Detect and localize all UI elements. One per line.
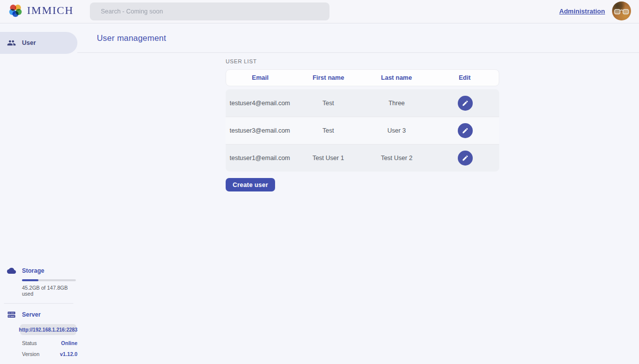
top-header: IMMICH Administration [0, 0, 639, 23]
cell-last-name: User 3 [362, 127, 431, 134]
cell-last-name: Test User 2 [362, 155, 431, 162]
status-label: Status [22, 340, 37, 346]
edit-user-button[interactable] [458, 123, 473, 138]
logo-text: IMMICH [27, 4, 73, 17]
create-user-button[interactable]: Create user [226, 178, 275, 191]
version-label: Version [22, 351, 39, 357]
users-group-icon [7, 38, 16, 47]
storage-title: Storage [22, 267, 44, 274]
sidebar-footer: Storage 45.2GB of 147.8GB used Server [0, 266, 77, 364]
column-header-email: Email [226, 74, 295, 81]
column-header-first-name: First name [295, 74, 363, 81]
version-value: v1.12.0 [60, 351, 77, 357]
server-url: http://192.168.1.216:2283 [19, 327, 77, 333]
cell-email: testuser3@email.com [226, 127, 294, 134]
pencil-icon [462, 127, 469, 134]
edit-user-button[interactable] [458, 96, 473, 111]
search-input[interactable] [90, 2, 329, 20]
server-status-row: Status Online [22, 340, 77, 346]
admin-sidebar: User Storage 45.2GB of 147.8GB used [0, 23, 77, 364]
server-version-row: Version v1.12.0 [22, 351, 77, 357]
immich-flower-icon [8, 3, 23, 18]
cell-first-name: Test User 1 [294, 155, 362, 162]
column-header-edit: Edit [431, 74, 499, 81]
user-list-section: USER LIST Email First name Last name Edi… [226, 58, 499, 191]
server-header: Server [0, 310, 77, 319]
sidebar-item-label: User [22, 39, 36, 46]
page-title-bar: User management [77, 23, 639, 53]
server-icon [7, 310, 16, 319]
cell-first-name: Test [294, 100, 362, 107]
immich-logo[interactable]: IMMICH [8, 3, 73, 18]
page-title: User management [97, 33, 166, 43]
cell-email: testuser4@email.com [226, 100, 294, 107]
status-value: Online [61, 340, 77, 346]
cloud-icon [7, 266, 16, 275]
pencil-icon [462, 155, 469, 162]
table-header-row: Email First name Last name Edit [226, 69, 499, 86]
table-row: testuser4@email.com Test Three [226, 89, 499, 117]
storage-progress-bar [22, 279, 76, 281]
pencil-icon [462, 100, 469, 107]
main-content: User management USER LIST Email First na… [77, 23, 639, 364]
administration-link[interactable]: Administration [559, 7, 605, 15]
user-table-body: testuser4@email.com Test Three testuser3… [226, 89, 499, 172]
table-row: testuser3@email.com Test User 3 [226, 117, 499, 144]
cell-first-name: Test [294, 127, 362, 134]
storage-usage-text: 45.2GB of 147.8GB used [22, 285, 77, 297]
user-avatar[interactable] [612, 1, 631, 20]
immich-admin-app: IMMICH Administration User Storage [0, 0, 639, 364]
storage-header: Storage [0, 266, 77, 275]
cell-last-name: Three [362, 100, 431, 107]
avatar-glasses-icon [614, 8, 629, 15]
storage-progress-fill [22, 279, 38, 281]
edit-user-button[interactable] [458, 151, 473, 166]
footer-divider [4, 303, 73, 304]
column-header-last-name: Last name [362, 74, 431, 81]
sidebar-item-user[interactable]: User [0, 32, 77, 54]
cell-email: testuser1@email.com [226, 155, 294, 162]
server-url-badge: http://192.168.1.216:2283 [20, 324, 76, 335]
user-list-label: USER LIST [226, 58, 499, 64]
server-title: Server [22, 311, 40, 318]
table-row: testuser1@email.com Test User 1 Test Use… [226, 144, 499, 172]
